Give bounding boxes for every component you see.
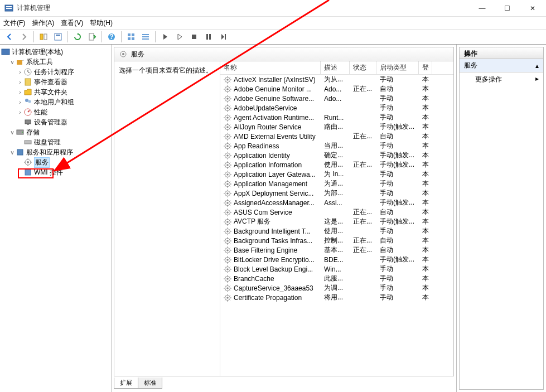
service-row[interactable]: BitLocker Drive Encryptio...BDE...手动(触发.…: [220, 255, 453, 264]
svg-rect-2: [6, 8, 12, 9]
service-row[interactable]: Background Tasks Infras...控制...正在...自动本: [220, 236, 453, 245]
menu-file[interactable]: 文件(F): [3, 18, 25, 28]
svg-rect-14: [142, 34, 149, 35]
service-row[interactable]: AVCTP 服务这是...正在...手动(触发...本: [220, 217, 453, 226]
service-desc: 这是...: [321, 217, 350, 226]
service-name: BranchCache: [234, 275, 274, 283]
tree-root[interactable]: 计算机管理(本地): [1, 47, 110, 57]
tree-performance[interactable]: ›性能: [1, 107, 110, 117]
service-row[interactable]: BranchCache此服...手动本: [220, 274, 453, 283]
col-name[interactable]: 名称: [220, 61, 321, 74]
service-row[interactable]: AllJoyn Router Service路由...手动(触发...本: [220, 122, 453, 132]
svg-point-84: [226, 287, 229, 289]
service-row[interactable]: AppX Deployment Servic...为部...手动本: [220, 188, 453, 198]
service-row[interactable]: App Readiness当用...手动本: [220, 141, 453, 151]
tree-wmi-control[interactable]: WMI 控件: [1, 167, 110, 177]
service-startup: 手动: [376, 170, 419, 179]
service-name: AdobeUpdateService: [234, 104, 297, 112]
close-button[interactable]: ✕: [520, 1, 545, 16]
service-row[interactable]: Block Level Backup Engi...Win...手动本: [220, 264, 453, 274]
services-list[interactable]: 名称 描述 状态 启动类型 登 ActiveX Installer (AxIns…: [220, 61, 453, 376]
tree-storage[interactable]: v存储: [1, 127, 110, 137]
service-row[interactable]: Adobe Genuine Monitor ...Ado...正在...自动本: [220, 84, 453, 94]
svg-rect-33: [17, 149, 23, 155]
service-row[interactable]: Application Management为通...手动本: [220, 179, 453, 188]
help-button[interactable]: ?: [105, 31, 118, 43]
service-row[interactable]: AMD External Events Utility正在...自动本: [220, 132, 453, 141]
minimize-button[interactable]: —: [470, 1, 495, 16]
start-service-button[interactable]: [159, 31, 171, 43]
properties-button[interactable]: [52, 31, 64, 43]
menubar: 文件(F) 操作(A) 查看(V) 帮助(H): [0, 17, 546, 29]
tree-device-manager[interactable]: 设备管理器: [1, 117, 110, 127]
svg-point-72: [226, 230, 229, 233]
service-row[interactable]: Application Information使用...正在...手动(触发..…: [220, 160, 453, 170]
export-button[interactable]: [86, 31, 98, 43]
col-logon[interactable]: 登: [419, 61, 432, 74]
tree-services-apps[interactable]: v服务和应用程序: [1, 147, 110, 157]
col-desc[interactable]: 描述: [321, 61, 350, 74]
tree-disk-management[interactable]: 磁盘管理: [1, 137, 110, 147]
refresh-button[interactable]: [71, 31, 84, 43]
gear-icon: [224, 275, 231, 283]
service-logon: 本: [419, 274, 432, 283]
svg-rect-11: [132, 33, 134, 36]
gear-icon: [224, 133, 231, 141]
tree-services[interactable]: 服务: [1, 157, 110, 167]
gear-icon: [224, 85, 231, 93]
service-name: Background Intelligent T...: [234, 228, 311, 235]
forward-button[interactable]: [18, 31, 30, 43]
stop-button[interactable]: [188, 31, 200, 43]
maximize-button[interactable]: ☐: [495, 1, 520, 16]
tree-local-users[interactable]: ›本地用户和组: [1, 97, 110, 107]
col-status[interactable]: 状态: [350, 61, 376, 74]
service-row[interactable]: AssignedAccessManager...Assi...手动(触发...本: [220, 198, 453, 207]
service-row[interactable]: Base Filtering Engine基本...正在...自动本: [220, 245, 453, 255]
service-row[interactable]: Application Identity确定...手动(触发...本: [220, 151, 453, 160]
svg-point-46: [226, 107, 229, 109]
service-row[interactable]: Background Intelligent T...使用...手动本: [220, 226, 453, 236]
window-title: 计算机管理: [17, 3, 470, 13]
service-row[interactable]: ASUS Com Service正在...自动本: [220, 207, 453, 217]
service-row[interactable]: Adobe Genuine Software...Ado...手动本: [220, 94, 453, 103]
service-row[interactable]: CaptureService_36aaea53为调...手动本: [220, 283, 453, 293]
svg-rect-4: [44, 34, 47, 40]
list-header[interactable]: 名称 描述 状态 启动类型 登: [220, 61, 453, 75]
service-logon: 本: [419, 245, 432, 255]
navigation-tree[interactable]: 计算机管理(本地) v系统工具 ›任务计划程序 ›事件查看器 ›共享文件夹 ›本…: [0, 45, 112, 392]
gear-icon: [224, 218, 231, 226]
service-row[interactable]: Certificate Propagation将用...手动本: [220, 293, 453, 302]
tree-task-scheduler[interactable]: ›任务计划程序: [1, 67, 110, 77]
col-startup[interactable]: 启动类型: [376, 61, 419, 74]
svg-rect-16: [142, 38, 149, 40]
gear-icon: [119, 50, 128, 59]
pause-button[interactable]: [202, 31, 215, 43]
service-row[interactable]: ActiveX Installer (AxInstSV)为从...手动本: [220, 75, 453, 84]
service-desc: 确定...: [321, 151, 350, 160]
play-button[interactable]: [173, 31, 186, 43]
tab-standard[interactable]: 标准: [138, 378, 162, 389]
restart-button[interactable]: [217, 31, 229, 43]
service-row[interactable]: Agent Activation Runtime...Runt...手动本: [220, 113, 453, 122]
view-list-button[interactable]: [139, 31, 152, 43]
tree-system-tools[interactable]: v系统工具: [1, 57, 110, 67]
tree-event-viewer[interactable]: ›事件查看器: [1, 77, 110, 87]
actions-group[interactable]: 服务▴: [460, 59, 543, 72]
menu-view[interactable]: 查看(V): [61, 18, 83, 28]
service-startup: 手动: [376, 283, 419, 293]
menu-action[interactable]: 操作(A): [32, 18, 54, 28]
service-row[interactable]: AdobeUpdateService手动本: [220, 103, 453, 113]
service-desc: Ado...: [321, 85, 350, 93]
tab-extended[interactable]: 扩展: [114, 378, 138, 389]
actions-more[interactable]: 更多操作▸: [460, 72, 543, 86]
service-row[interactable]: Application Layer Gatewa...为 In...手动本: [220, 170, 453, 179]
service-desc: 当用...: [321, 141, 350, 151]
svg-point-54: [226, 145, 229, 147]
svg-point-38: [122, 53, 124, 55]
menu-help[interactable]: 帮助(H): [90, 18, 113, 28]
service-startup: 自动: [376, 84, 419, 94]
back-button[interactable]: [3, 31, 16, 43]
view-large-button[interactable]: [125, 31, 137, 43]
show-hide-button[interactable]: [37, 31, 50, 43]
tree-shared-folders[interactable]: ›共享文件夹: [1, 87, 110, 97]
